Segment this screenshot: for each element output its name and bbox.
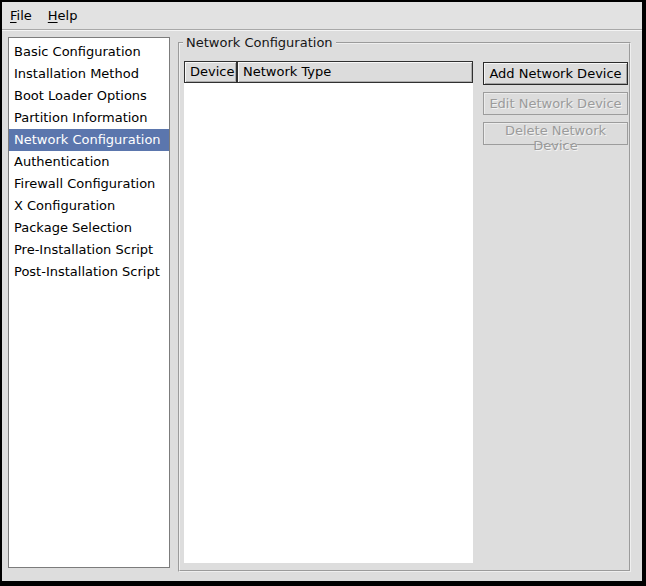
sidebar-item-x-configuration[interactable]: X Configuration (9, 195, 169, 217)
menubar: FileHelp (2, 2, 642, 30)
edit-network-device-button[interactable]: Edit Network Device (483, 92, 628, 115)
sidebar-item-pre-installation-script[interactable]: Pre-Installation Script (9, 239, 169, 261)
menu-accel-letter: H (48, 8, 58, 23)
menu-file[interactable]: File (2, 5, 40, 26)
sidebar-item-network-configuration[interactable]: Network Configuration (9, 129, 169, 151)
sidebar-item-post-installation-script[interactable]: Post-Installation Script (9, 261, 169, 283)
menu-label-rest: elp (58, 8, 78, 23)
sidebar-item-installation-method[interactable]: Installation Method (9, 63, 169, 85)
kickstart-configurator-window: FileHelp Basic ConfigurationInstallation… (0, 0, 646, 586)
sidebar-item-partition-information[interactable]: Partition Information (9, 107, 169, 129)
sidebar-item-basic-configuration[interactable]: Basic Configuration (9, 41, 169, 63)
menu-label-rest: ile (17, 8, 32, 23)
menu-help[interactable]: Help (40, 5, 86, 26)
add-network-device-button[interactable]: Add Network Device (483, 62, 628, 85)
sidebar-item-package-selection[interactable]: Package Selection (9, 217, 169, 239)
device-button-column: Add Network DeviceEdit Network DeviceDel… (483, 62, 628, 152)
sidebar-item-authentication[interactable]: Authentication (9, 151, 169, 173)
delete-network-device-button[interactable]: Delete Network Device (483, 122, 628, 145)
sidebar-item-firewall-configuration[interactable]: Firewall Configuration (9, 173, 169, 195)
column-header-device[interactable]: Device (184, 61, 237, 83)
device-table-body[interactable] (184, 83, 473, 563)
section-list: Basic ConfigurationInstallation MethodBo… (8, 37, 170, 568)
sidebar-item-boot-loader-options[interactable]: Boot Loader Options (9, 85, 169, 107)
device-table-header: DeviceNetwork Type (184, 61, 473, 83)
column-header-network-type[interactable]: Network Type (237, 61, 473, 83)
frame-title: Network Configuration (183, 35, 336, 50)
